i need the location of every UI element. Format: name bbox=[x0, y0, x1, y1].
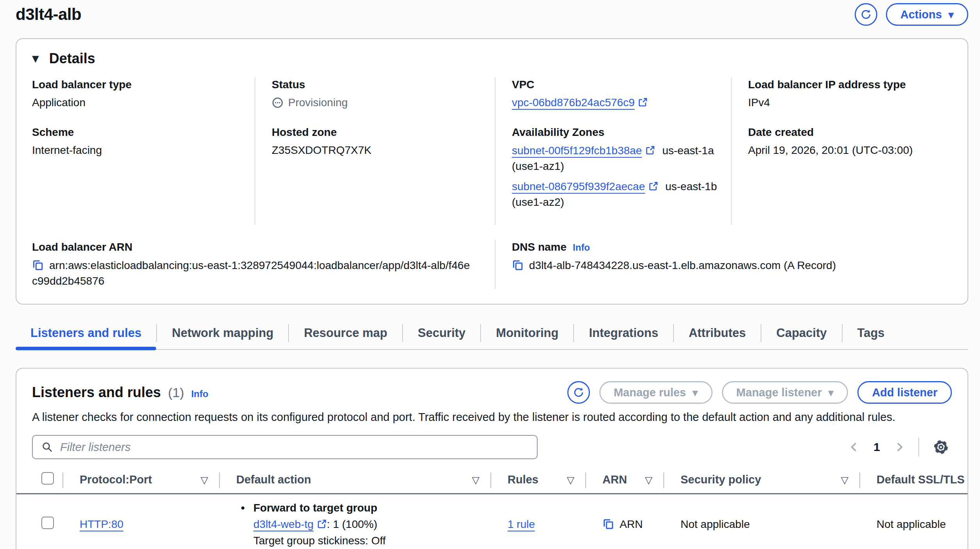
tab-capacity[interactable]: Capacity bbox=[761, 317, 841, 349]
forward-action-title: •Forward to target group bbox=[253, 500, 483, 516]
listeners-info-link[interactable]: Info bbox=[191, 389, 208, 399]
status-text: Provisioning bbox=[288, 95, 348, 110]
external-link-icon bbox=[645, 145, 655, 155]
filter-row: 1 bbox=[32, 435, 952, 459]
details-column-2: Status Provisioning Hosted zone Z35SXDOT… bbox=[255, 77, 495, 225]
actions-button-label: Actions bbox=[900, 8, 942, 21]
column-filter-icon: ▽ bbox=[567, 475, 574, 485]
arn-dns-row: Load balancer ARN arn:aws:elasticloadbal… bbox=[32, 240, 952, 289]
field-label: DNS name bbox=[512, 240, 567, 255]
target-group-weight: : 1 (100%) bbox=[327, 518, 377, 530]
details-column-3: VPC vpc-06bd876b24ac576c9 Availability Z… bbox=[495, 77, 731, 225]
details-heading: Details bbox=[49, 50, 95, 67]
field-date-created: Date created April 19, 2026, 20:01 (UTC-… bbox=[748, 125, 941, 158]
collapse-triangle-icon[interactable]: ▼ bbox=[32, 54, 39, 63]
refresh-listeners-button[interactable] bbox=[567, 381, 590, 404]
tab-resource-map[interactable]: Resource map bbox=[289, 317, 402, 349]
gear-icon bbox=[932, 438, 950, 456]
listener-link[interactable]: HTTP:80 bbox=[80, 518, 123, 530]
header-actions: Actions ▼ bbox=[855, 3, 968, 26]
vpc-link[interactable]: vpc-06bd876b24ac576c9 bbox=[512, 96, 634, 109]
header-security-policy[interactable]: Security policy▽ bbox=[663, 470, 859, 494]
pager-divider bbox=[918, 438, 919, 456]
refresh-button[interactable] bbox=[855, 3, 877, 26]
field-label: Scheme bbox=[32, 125, 244, 140]
listeners-table: Protocol:Port▽ Default action▽ Rules▽ AR… bbox=[16, 470, 968, 549]
subnet-link[interactable]: subnet-00f5f129fcb1b38ae bbox=[512, 144, 642, 157]
external-link-icon bbox=[317, 519, 327, 529]
tab-security[interactable]: Security bbox=[403, 317, 480, 349]
dns-info-link[interactable]: Info bbox=[573, 242, 590, 253]
row-select-cell bbox=[16, 494, 62, 549]
manage-listener-button[interactable]: Manage listener ▼ bbox=[722, 381, 848, 404]
external-link-icon bbox=[638, 97, 648, 107]
target-group-link[interactable]: d3lt4-web-tg bbox=[253, 518, 314, 530]
add-listener-button[interactable]: Add listener bbox=[857, 381, 952, 404]
field-status: Status Provisioning bbox=[272, 77, 484, 110]
header-rules[interactable]: Rules▽ bbox=[490, 470, 585, 494]
rules-cell: 1 rule bbox=[490, 494, 585, 549]
manage-rules-button[interactable]: Manage rules ▼ bbox=[599, 381, 713, 404]
security-policy-cell: Not applicable bbox=[663, 494, 859, 549]
field-value: April 19, 2026, 20:01 (UTC-03:00) bbox=[748, 143, 941, 158]
field-value: Internet-facing bbox=[32, 143, 244, 158]
tab-tags[interactable]: Tags bbox=[843, 317, 900, 349]
rules-link[interactable]: 1 rule bbox=[508, 518, 535, 530]
manage-listener-label: Manage listener bbox=[736, 386, 822, 399]
details-panel: ▼ Details Load balancer type Application… bbox=[16, 38, 968, 305]
header-default-ssl-tls[interactable]: Default SSL/TLS c bbox=[859, 470, 968, 494]
copy-icon[interactable] bbox=[602, 518, 614, 530]
details-grid: Load balancer type Application Scheme In… bbox=[32, 77, 952, 225]
field-label: VPC bbox=[512, 77, 720, 92]
column-filter-icon: ▽ bbox=[841, 475, 848, 485]
tab-integrations[interactable]: Integrations bbox=[574, 317, 673, 349]
row-checkbox[interactable] bbox=[41, 517, 54, 529]
arn-text: arn:aws:elasticloadbalancing:us-east-1:3… bbox=[32, 259, 470, 287]
dns-value: d3lt4-alb-748434228.us-east-1.elb.amazon… bbox=[512, 258, 952, 273]
search-icon bbox=[41, 441, 53, 453]
refresh-icon bbox=[573, 387, 584, 398]
tab-monitoring[interactable]: Monitoring bbox=[481, 317, 573, 349]
listeners-table-container: Protocol:Port▽ Default action▽ Rules▽ AR… bbox=[16, 470, 968, 549]
field-load-balancer-type: Load balancer type Application bbox=[32, 77, 244, 110]
table-settings-button[interactable] bbox=[932, 438, 950, 456]
default-action-cell: •Forward to target group d3lt4-web-tg: 1… bbox=[219, 494, 490, 549]
caret-down-icon: ▼ bbox=[828, 389, 834, 397]
status-pending-icon bbox=[272, 97, 283, 109]
filter-listeners-box bbox=[32, 435, 538, 459]
listeners-count: (1) bbox=[168, 385, 184, 400]
field-scheme: Scheme Internet-facing bbox=[32, 125, 244, 158]
subnet-link[interactable]: subnet-086795f939f2aecae bbox=[512, 180, 645, 193]
listener-row: HTTP:80 •Forward to target group d3lt4-w… bbox=[16, 494, 968, 549]
subnet-entry: subnet-086795f939f2aecaeus-east-1b (use1… bbox=[512, 179, 720, 210]
header-protocol-port[interactable]: Protocol:Port▽ bbox=[62, 470, 219, 494]
field-label: Hosted zone bbox=[272, 125, 484, 140]
page-title: d3lt4-alb bbox=[16, 5, 81, 24]
field-availability-zones: Availability Zones subnet-00f5f129fcb1b3… bbox=[512, 125, 720, 210]
field-label: Availability Zones bbox=[512, 125, 720, 140]
page-number: 1 bbox=[873, 440, 880, 454]
select-all-checkbox[interactable] bbox=[41, 472, 54, 485]
next-page-button[interactable] bbox=[893, 441, 905, 453]
field-label: Date created bbox=[748, 125, 941, 140]
copy-icon[interactable] bbox=[32, 259, 44, 271]
field-label: Load balancer type bbox=[32, 77, 244, 92]
header-default-action[interactable]: Default action▽ bbox=[219, 470, 490, 494]
tab-bar: Listeners and rules Network mapping Reso… bbox=[16, 317, 968, 350]
header-arn[interactable]: ARN▽ bbox=[585, 470, 663, 494]
chevron-right-icon bbox=[893, 441, 905, 453]
tab-listeners-and-rules[interactable]: Listeners and rules bbox=[16, 317, 156, 349]
pagination: 1 bbox=[848, 438, 952, 456]
actions-button[interactable]: Actions ▼ bbox=[886, 3, 968, 26]
field-dns-name: DNS name Info d3lt4-alb-748434228.us-eas… bbox=[495, 240, 952, 289]
tab-attributes[interactable]: Attributes bbox=[674, 317, 761, 349]
select-all-header[interactable] bbox=[16, 470, 62, 494]
tab-network-mapping[interactable]: Network mapping bbox=[157, 317, 288, 349]
details-column-1: Load balancer type Application Scheme In… bbox=[32, 77, 255, 225]
field-value: Z35SXDOTRQ7X7K bbox=[272, 143, 484, 158]
previous-page-button[interactable] bbox=[848, 441, 860, 453]
details-heading-row[interactable]: ▼ Details bbox=[32, 50, 952, 67]
filter-listeners-input[interactable] bbox=[59, 440, 528, 454]
listeners-title: Listeners and rules (1) Info bbox=[32, 384, 208, 401]
copy-icon[interactable] bbox=[512, 259, 524, 271]
